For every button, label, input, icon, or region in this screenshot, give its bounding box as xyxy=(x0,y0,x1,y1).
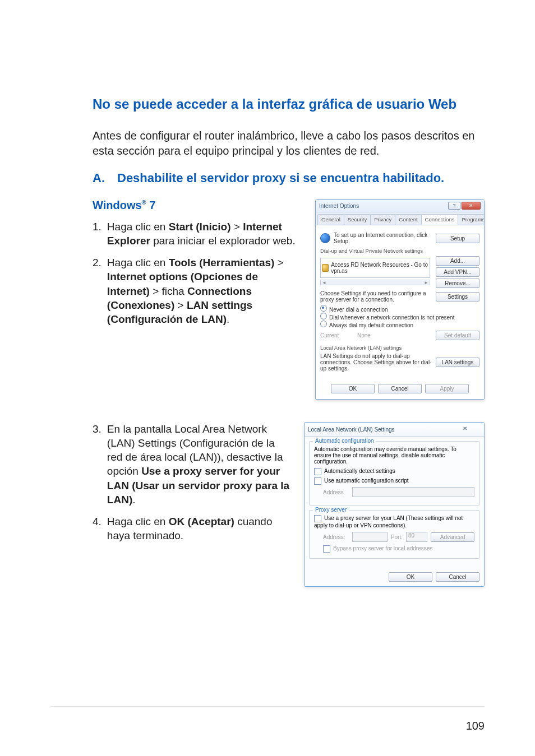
s2-post: . xyxy=(227,313,229,325)
window-close-button[interactable]: ✕ xyxy=(462,202,481,210)
step-4-number: 4. xyxy=(93,514,102,542)
s1-b1: Start (Inicio) xyxy=(169,221,231,233)
auto-script-label: Use automatic configuration script xyxy=(324,477,409,484)
s2-b1: Tools (Herramientas) xyxy=(169,257,275,268)
dialup-section-label: Dial-up and Virtual Private Network sett… xyxy=(320,248,479,254)
ie-apply-button[interactable]: Apply xyxy=(425,384,469,393)
script-address-label: Address xyxy=(323,489,349,495)
proxy-legend: Proxy server xyxy=(313,507,349,513)
listbox-scrollbar[interactable]: ◄► xyxy=(320,280,430,285)
proxy-address-input[interactable] xyxy=(352,532,388,542)
current-value: None xyxy=(357,332,432,338)
bypass-label: Bypass proxy server for local addresses xyxy=(333,545,432,551)
script-address-input[interactable] xyxy=(352,487,474,497)
lan-settings-button[interactable]: LAN settings xyxy=(436,358,479,367)
proxy-port-label: Port: xyxy=(391,534,403,540)
proxy-port-input[interactable]: 80 xyxy=(406,532,427,542)
windows-7-label: Windows® 7 xyxy=(93,199,302,212)
radio-never-dial-label: Never dial a connection xyxy=(329,307,388,313)
globe-icon xyxy=(320,233,330,243)
tab-content[interactable]: Content xyxy=(395,214,421,225)
step-1-number: 1. xyxy=(93,220,102,248)
section-a-heading: A. Deshabilite el servidor proxy si se e… xyxy=(93,171,485,185)
ie-dialog-title: Internet Options xyxy=(319,203,359,209)
win7-post: 7 xyxy=(146,199,156,211)
auto-detect-checkbox[interactable] xyxy=(314,468,321,475)
settings-button[interactable]: Settings xyxy=(436,292,479,302)
step-1-text: Haga clic en Start (Inicio) > Internet E… xyxy=(107,220,302,248)
win7-pre: Windows xyxy=(93,199,142,211)
choose-settings-text: Choose Settings if you need to configure… xyxy=(320,290,432,303)
step-2-number: 2. xyxy=(93,256,102,326)
step-4-text: Haga clic en OK (Aceptar) cuando haya te… xyxy=(107,514,290,542)
remove-button[interactable]: Remove... xyxy=(436,279,479,288)
heading-cannot-access: No se puede acceder a la interfaz gráfic… xyxy=(93,95,485,113)
step-3-text: En la pantalla Local Area Network (LAN) … xyxy=(107,422,290,506)
radio-dial-when[interactable] xyxy=(320,313,327,319)
footer-rule xyxy=(50,706,485,707)
s1-mid1: > xyxy=(231,221,243,233)
auto-config-text: Automatic configuration may override man… xyxy=(314,446,474,465)
radio-dial-when-label: Dial whenever a network connection is no… xyxy=(329,314,454,321)
s1-post: para iniciar el explorador web. xyxy=(150,235,296,247)
s2-m1: > xyxy=(274,257,283,268)
use-proxy-checkbox[interactable] xyxy=(314,515,321,522)
auto-detect-label: Automatically detect settings xyxy=(324,468,395,474)
tab-programs[interactable]: Programs xyxy=(458,214,485,225)
proxy-advanced-button[interactable]: Advanced xyxy=(431,532,474,542)
internet-options-dialog: Internet Options ? ✕ General Security Pr… xyxy=(315,199,485,400)
window-help-button[interactable]: ? xyxy=(448,202,460,210)
lan-dialog-title: Local Area Network (LAN) Settings xyxy=(308,426,395,433)
win7-reg: ® xyxy=(142,200,146,206)
ie-cancel-button[interactable]: Cancel xyxy=(378,384,422,393)
connection-item: Access RD Network Resources - Go to vpn.… xyxy=(331,262,428,274)
set-default-button[interactable]: Set default xyxy=(436,331,479,340)
tab-connections[interactable]: Connections xyxy=(421,214,459,225)
current-label: Current xyxy=(320,332,354,338)
tab-general[interactable]: General xyxy=(317,214,344,225)
s3-post: . xyxy=(132,494,135,505)
radio-never-dial[interactable] xyxy=(320,305,327,312)
intro-paragraph: Antes de configurar el router inalámbric… xyxy=(93,128,485,159)
bypass-checkbox[interactable] xyxy=(323,545,330,553)
add-button[interactable]: Add... xyxy=(436,256,479,266)
s2-m2: > ficha xyxy=(150,285,187,297)
lan-section-label: Local Area Network (LAN) settings xyxy=(320,345,479,351)
add-vpn-button[interactable]: Add VPN... xyxy=(436,267,479,277)
s4-pre: Haga clic en xyxy=(107,516,169,527)
step-2-text: Haga clic en Tools (Herramientas) > Inte… xyxy=(107,256,302,326)
auto-config-legend: Automatic configuration xyxy=(313,438,376,444)
tab-security[interactable]: Security xyxy=(344,214,371,225)
tab-privacy[interactable]: Privacy xyxy=(370,214,395,225)
use-proxy-label: Use a proxy server for your LAN (These s… xyxy=(314,515,463,528)
lan-close-button[interactable]: ✕ xyxy=(463,425,481,433)
setup-button[interactable]: Setup xyxy=(436,234,479,243)
lan-cancel-button[interactable]: Cancel xyxy=(436,572,479,582)
page-number: 109 xyxy=(466,720,485,732)
connection-item-icon xyxy=(322,264,329,272)
s1-pre: Haga clic en xyxy=(107,221,169,233)
radio-always-dial-label: Always dial my default connection xyxy=(329,322,413,328)
s2-pre: Haga clic en xyxy=(107,257,169,268)
s2-m3: > xyxy=(174,299,187,311)
radio-always-dial[interactable] xyxy=(320,321,327,327)
connections-listbox[interactable]: Access RD Network Resources - Go to vpn.… xyxy=(320,258,430,278)
lan-text: LAN Settings do not apply to dial-up con… xyxy=(320,353,432,372)
step-3-number: 3. xyxy=(93,422,102,506)
ie-setup-text: To set up an Internet connection, click … xyxy=(334,232,432,244)
section-a-title: Deshabilite el servidor proxy si se encu… xyxy=(117,171,444,185)
lan-ok-button[interactable]: OK xyxy=(389,572,432,582)
lan-settings-dialog: Local Area Network (LAN) Settings ✕ Auto… xyxy=(304,422,485,587)
s4-b1: OK (Aceptar) xyxy=(169,516,234,527)
auto-script-checkbox[interactable] xyxy=(314,477,321,485)
ie-ok-button[interactable]: OK xyxy=(331,384,375,393)
proxy-address-label: Address: xyxy=(323,534,349,540)
section-a-letter: A. xyxy=(93,171,105,185)
